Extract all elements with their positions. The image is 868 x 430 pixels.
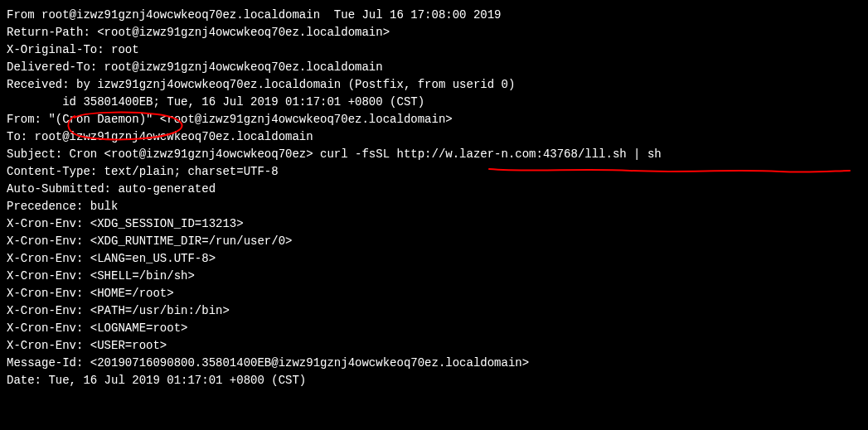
terminal-line: id 35801400EB; Tue, 16 Jul 2019 01:17:01…	[7, 94, 861, 111]
terminal-line: Precedence: bulk	[7, 198, 861, 215]
terminal-line: From root@izwz91gznj4owcwkeoq70ez.locald…	[7, 7, 861, 24]
terminal-line: Received: by izwz91gznj4owcwkeoq70ez.loc…	[7, 76, 861, 94]
terminal-line: To: root@izwz91gznj4owcwkeoq70ez.localdo…	[7, 128, 861, 146]
terminal-line: X-Cron-Env: <LANG=en_US.UTF-8>	[7, 250, 861, 268]
terminal-line: X-Cron-Env: <HOME=/root>	[7, 285, 861, 302]
terminal-line: X-Cron-Env: <XDG_SESSION_ID=13213>	[7, 215, 861, 233]
terminal-output: From root@izwz91gznj4owcwkeoq70ez.locald…	[7, 7, 861, 389]
terminal-line: X-Cron-Env: <PATH=/usr/bin:/bin>	[7, 302, 861, 320]
terminal-line: X-Cron-Env: <XDG_RUNTIME_DIR=/run/user/0…	[7, 233, 861, 250]
terminal-line: X-Cron-Env: <SHELL=/bin/sh>	[7, 268, 861, 285]
terminal-line: Auto-Submitted: auto-generated	[7, 181, 861, 198]
terminal-line: Message-Id: <20190716090800.35801400EB@i…	[7, 355, 861, 372]
terminal-line: Content-Type: text/plain; charset=UTF-8	[7, 163, 861, 181]
terminal-line: Return-Path: <root@izwz91gznj4owcwkeoq70…	[7, 24, 861, 41]
terminal-line: Delivered-To: root@izwz91gznj4owcwkeoq70…	[7, 59, 861, 76]
terminal-line: X-Cron-Env: <USER=root>	[7, 337, 861, 355]
terminal-line: Subject: Cron <root@izwz91gznj4owcwkeoq7…	[7, 146, 861, 163]
terminal-line: X-Cron-Env: <LOGNAME=root>	[7, 320, 861, 337]
terminal-line: X-Original-To: root	[7, 41, 861, 59]
terminal-line: From: "(Cron Daemon)" <root@izwz91gznj4o…	[7, 111, 861, 128]
terminal-line: Date: Tue, 16 Jul 2019 01:17:01 +0800 (C…	[7, 372, 861, 389]
